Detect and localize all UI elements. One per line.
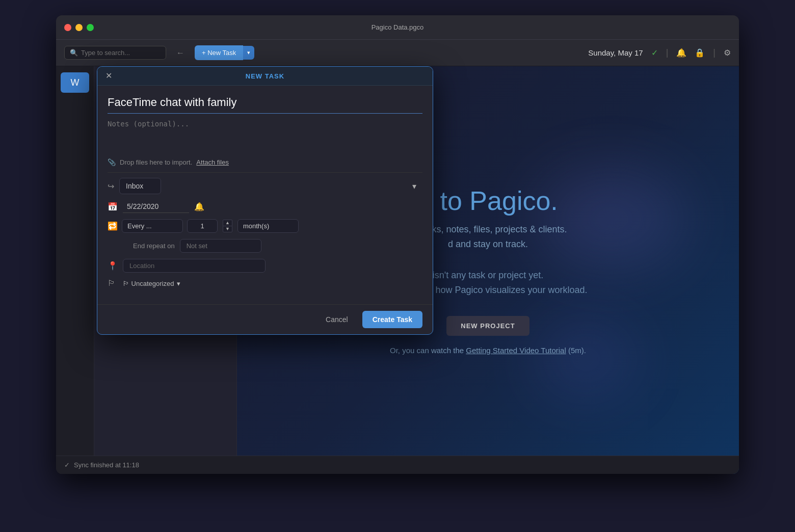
modal-overlay: ✕ NEW TASK 📎 Drop files here to import. … <box>56 15 739 474</box>
dialog-close-button[interactable]: ✕ <box>105 72 112 80</box>
paperclip-icon: 📎 <box>108 158 116 166</box>
tag-label: 🏳 Uncategorized <box>123 280 174 287</box>
repeat-icon: 🔁 <box>108 221 118 231</box>
date-row: 📅 🔔 <box>108 200 422 213</box>
repeat-frequency-select[interactable]: Every ... Never Daily Weekly Monthly <box>122 219 183 233</box>
inbox-row: ↪ Inbox Work Personal <box>108 178 422 194</box>
tag-dropdown-icon: ▾ <box>177 280 180 287</box>
tag-row: 🏳 🏳 Uncategorized ▾ <box>108 279 422 288</box>
repeat-count-stepper: ▲ ▼ <box>223 220 232 232</box>
app-window: Pagico Data.pgco 🔍 ← + New Task ▾ Sunday… <box>56 15 739 474</box>
flag-icon: 🏳 <box>108 279 118 288</box>
tag-button[interactable]: 🏳 Uncategorized ▾ <box>123 280 180 287</box>
dialog-header: ✕ NEW TASK <box>97 67 433 86</box>
end-repeat-label: End repeat on <box>133 242 175 250</box>
end-repeat-input[interactable] <box>180 239 261 253</box>
reminder-bell-icon[interactable]: 🔔 <box>194 202 204 211</box>
stepper-up-button[interactable]: ▲ <box>223 220 232 226</box>
stepper-down-button[interactable]: ▼ <box>223 226 232 232</box>
attach-row: 📎 Drop files here to import. Attach file… <box>108 158 422 166</box>
location-pin-icon: 📍 <box>108 261 118 271</box>
location-row: 📍 <box>108 259 422 273</box>
attach-text: Drop files here to import. <box>120 158 192 166</box>
dialog-footer: Cancel Create Task <box>97 304 433 334</box>
inbox-select-wrapper: Inbox Work Personal <box>119 178 422 194</box>
separator <box>108 172 422 173</box>
task-notes-input[interactable] <box>108 120 422 150</box>
repeat-count-input[interactable] <box>187 219 218 233</box>
attach-files-link[interactable]: Attach files <box>196 158 229 166</box>
dialog-body: 📎 Drop files here to import. Attach file… <box>97 86 433 304</box>
repeat-row: 🔁 Every ... Never Daily Weekly Monthly ▲… <box>108 219 422 233</box>
date-input[interactable] <box>123 200 189 213</box>
dialog-title: NEW TASK <box>246 72 284 80</box>
cancel-button[interactable]: Cancel <box>317 311 356 328</box>
create-task-button[interactable]: Create Task <box>362 311 422 328</box>
inbox-icon: ↪ <box>108 181 114 191</box>
inbox-select[interactable]: Inbox Work Personal <box>119 178 161 194</box>
repeat-unit-select[interactable]: month(s) day(s) week(s) year(s) <box>237 219 299 233</box>
new-task-dialog: ✕ NEW TASK 📎 Drop files here to import. … <box>97 66 433 335</box>
end-repeat-row: End repeat on <box>108 239 422 253</box>
calendar-icon: 📅 <box>108 202 118 211</box>
location-input[interactable] <box>123 259 266 273</box>
task-title-input[interactable] <box>108 94 422 114</box>
